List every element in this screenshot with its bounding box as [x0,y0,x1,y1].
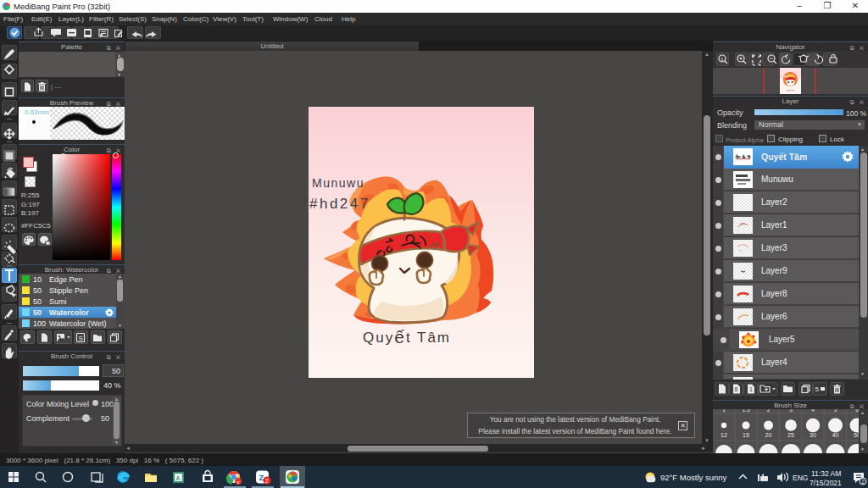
svg-text:1: 1 [749,386,753,392]
svg-text:12: 12 [721,432,727,438]
svg-text:25: 25 [787,432,794,438]
svg-text:v: v [236,480,239,485]
svg-text:3: 3 [789,409,793,413]
svg-text:92°F Mostly sunny: 92°F Mostly sunny [660,473,726,482]
svg-text:5: 5 [815,385,820,393]
svg-text:15: 15 [743,432,749,438]
svg-text:7/15/2021: 7/15/2021 [810,479,842,487]
svg-text:20: 20 [765,432,772,438]
svg-text:A: A [176,475,181,481]
svg-text:#hd247: #hd247 [309,196,370,212]
svg-text:30: 30 [810,432,816,438]
svg-text:Munuwu: Munuwu [312,176,364,190]
svg-text:2: 2 [767,409,771,413]
svg-text:ENG: ENG [793,474,808,482]
svg-text:1: 1 [722,409,726,413]
svg-text:1.5: 1.5 [742,409,749,413]
svg-text:5: 5 [834,409,837,413]
svg-text:4: 4 [811,409,815,413]
svg-text:40: 40 [832,432,839,438]
svg-text:11:32 AM: 11:32 AM [811,469,841,478]
svg-text:1: 1 [721,57,724,62]
svg-text:Quyết Tâm: Quyết Tâm [363,327,451,347]
svg-text:2: 2 [861,479,865,485]
svg-text:S: S [79,335,83,342]
svg-text:2: 2 [265,478,269,484]
svg-text:8: 8 [735,386,738,392]
